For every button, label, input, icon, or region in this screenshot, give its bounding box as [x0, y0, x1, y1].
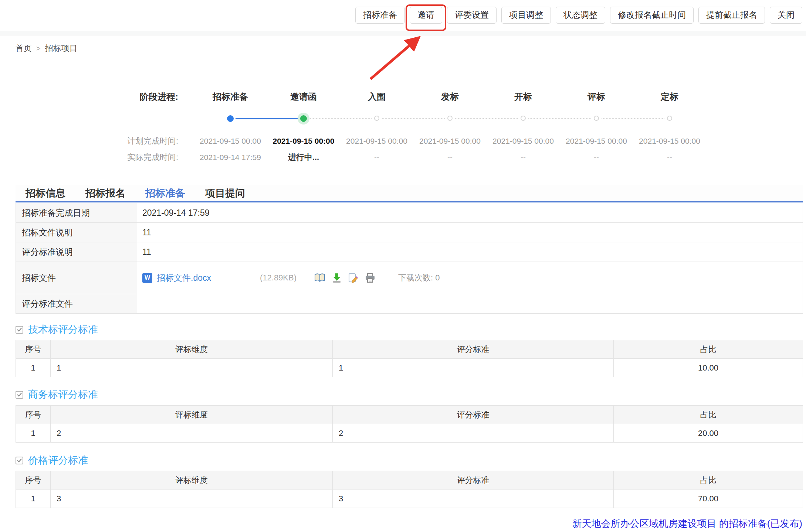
table-row: 招标文件 W 招标文件.docx (12.89KB): [16, 262, 803, 294]
cell-dimension: 1: [51, 359, 333, 377]
section-header-price: 价格评分标准: [16, 454, 88, 467]
file-link[interactable]: 招标文件.docx: [157, 272, 211, 284]
cell-seq: 1: [16, 490, 51, 508]
stage-name: 定标: [633, 89, 706, 105]
actual-time: --: [633, 149, 706, 166]
table-row: 1 1 1 10.00: [16, 359, 803, 377]
edit-icon[interactable]: [348, 273, 358, 283]
col-header: 评标维度: [51, 340, 333, 359]
actual-time: 2021-09-14 17:59: [194, 149, 267, 166]
detail-label: 评分标准文件: [16, 294, 136, 314]
table-row: 招标文件说明 11: [16, 223, 803, 242]
cell-ratio: 10.00: [614, 359, 803, 377]
toolbar-button-early-close[interactable]: 提前截止报名: [698, 7, 765, 24]
toolbar-button-close[interactable]: 关闭: [770, 7, 802, 24]
toolbar-button-modify-deadline[interactable]: 修改报名截止时间: [610, 7, 694, 24]
stage-name: 评标: [560, 89, 633, 105]
section-header-business: 商务标评分标准: [16, 388, 98, 401]
checkbox-icon[interactable]: [16, 326, 23, 334]
print-icon[interactable]: [365, 273, 375, 283]
toolbar-divider-band: [0, 31, 806, 35]
table-row: 1 2 2 20.00: [16, 424, 803, 443]
stage-dot-pending-icon: [521, 116, 526, 121]
file-size: (12.89KB): [260, 273, 297, 283]
cell-dimension: 3: [51, 490, 333, 508]
plan-time: 2021-09-15 00:00: [633, 133, 706, 149]
checkbox-icon[interactable]: [16, 457, 23, 464]
stage-name: 招标准备: [194, 89, 267, 105]
detail-label: 招标文件说明: [16, 223, 136, 242]
table-row: 1 3 3 70.00: [16, 490, 803, 508]
stage-name: 发标: [413, 89, 487, 105]
stage-name: 邀请函: [267, 89, 340, 105]
table-row: 评分标准文件: [16, 294, 803, 314]
breadcrumb: 首页 > 招标项目: [16, 43, 78, 54]
stage-dot-pending-icon: [447, 116, 453, 121]
toolbar-invite-wrapper: 邀请: [410, 7, 442, 24]
detail-table: 招标准备完成日期 2021-09-14 17:59 招标文件说明 11 评分标准…: [16, 203, 803, 314]
toolbar-button-jury-setup[interactable]: 评委设置: [447, 7, 497, 24]
word-doc-icon: W: [142, 273, 152, 283]
table-row: 评分标准说明 11: [16, 242, 803, 262]
detail-label: 招标文件: [16, 262, 136, 294]
checkbox-icon[interactable]: [16, 391, 23, 399]
technical-score-table: 序号 评标维度 评分标准 占比 1 1 1 10.00: [16, 340, 803, 377]
section-title[interactable]: 商务标评分标准: [28, 388, 98, 401]
stage-dot-done-icon: [227, 115, 234, 122]
cell-seq: 1: [16, 424, 51, 443]
project-status-link[interactable]: 新天地会所办公区域机房建设项目 的招标准备(已发布): [572, 517, 802, 530]
cell-dimension: 2: [51, 424, 333, 443]
stage-dot-pending-icon: [374, 116, 379, 121]
stage-track: [560, 105, 633, 133]
section-title[interactable]: 价格评分标准: [28, 454, 88, 467]
toolbar: 招标准备 邀请 评委设置 项目调整 状态调整 修改报名截止时间 提前截止报名 关…: [0, 0, 806, 30]
tab-tender-prep[interactable]: 招标准备: [135, 185, 195, 201]
read-icon[interactable]: [314, 273, 325, 283]
tab-tender-signup[interactable]: 招标报名: [75, 185, 135, 201]
section-header-technical: 技术标评分标准: [16, 323, 98, 336]
cell-criteria: 1: [333, 359, 614, 377]
stage-track: [633, 105, 706, 133]
toolbar-button-project-adjust[interactable]: 项目调整: [501, 7, 551, 24]
section-title[interactable]: 技术标评分标准: [28, 323, 98, 336]
breadcrumb-current: 招标项目: [45, 43, 78, 54]
detail-value: 11: [136, 223, 803, 242]
toolbar-button-status-adjust[interactable]: 状态调整: [556, 7, 605, 24]
detail-value: 11: [136, 242, 803, 262]
col-header: 序号: [16, 471, 51, 490]
stage-track: [413, 105, 487, 133]
annotation-arrow-icon: [362, 32, 433, 85]
col-header: 评标维度: [51, 406, 333, 424]
tab-project-question[interactable]: 项目提问: [195, 185, 255, 201]
download-count: 下载次数: 0: [398, 272, 440, 283]
stage-track: [267, 105, 340, 133]
col-header: 评分标准: [333, 406, 614, 424]
detail-value: 2021-09-14 17:59: [136, 203, 803, 223]
stage-dot-pending-icon: [594, 116, 599, 121]
col-header: 评分标准: [333, 340, 614, 359]
cell-ratio: 20.00: [614, 424, 803, 443]
col-header: 评标维度: [51, 471, 333, 490]
table-row: 招标准备完成日期 2021-09-14 17:59: [16, 203, 803, 223]
col-header: 序号: [16, 340, 51, 359]
toolbar-button-invite[interactable]: 邀请: [410, 7, 442, 24]
stage-dot-pending-icon: [667, 116, 672, 121]
download-icon[interactable]: [332, 273, 342, 283]
actual-time: --: [487, 149, 560, 166]
plan-time: 2021-09-15 00:00: [487, 133, 560, 149]
plan-time: 2021-09-15 00:00: [340, 133, 413, 149]
plan-time-label: 计划完成时间:: [0, 133, 194, 149]
business-score-table: 序号 评标维度 评分标准 占比 1 2 2 20.00: [16, 405, 803, 443]
col-header: 占比: [614, 340, 803, 359]
toolbar-button-tender-prep[interactable]: 招标准备: [355, 7, 405, 24]
plan-time: 2021-09-15 00:00: [267, 133, 340, 149]
breadcrumb-separator: >: [36, 44, 41, 53]
tab-tender-info[interactable]: 招标信息: [16, 185, 75, 201]
table-header-row: 序号 评标维度 评分标准 占比: [16, 406, 803, 424]
actual-time: --: [340, 149, 413, 166]
breadcrumb-home[interactable]: 首页: [16, 43, 32, 54]
detail-file-cell: W 招标文件.docx (12.89KB): [136, 262, 803, 294]
plan-time: 2021-09-15 00:00: [194, 133, 267, 149]
actual-time-label: 实际完成时间:: [0, 149, 194, 166]
col-header: 评分标准: [333, 471, 614, 490]
